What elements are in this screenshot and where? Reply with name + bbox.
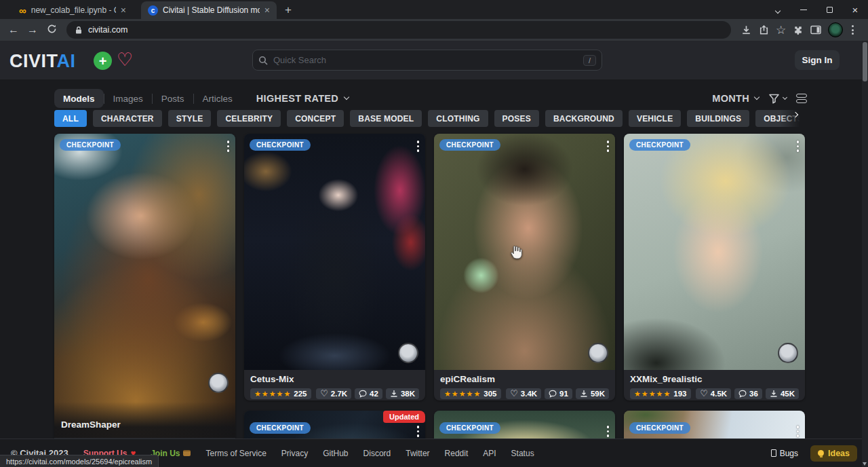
favorites-heart-icon[interactable]: ♡ <box>117 49 133 71</box>
privacy-link[interactable]: Privacy <box>281 449 308 458</box>
card-menu-icon[interactable] <box>607 426 610 437</box>
category-chip-buildings[interactable]: BUILDINGS <box>687 110 749 127</box>
model-preview-image: CHECKPOINT <box>434 134 615 370</box>
twitter-link[interactable]: Twitter <box>406 449 429 458</box>
category-chip-all[interactable]: ALL <box>54 110 87 127</box>
category-chip-base-model[interactable]: BASE MODEL <box>350 110 422 127</box>
sign-in-button[interactable]: Sign In <box>795 50 840 70</box>
star-rating-icons: ★★★★★ <box>634 390 671 398</box>
quick-search[interactable]: / <box>252 50 602 71</box>
likes-pill: ♡3.4K <box>506 388 541 399</box>
checkpoint-badge: CHECKPOINT <box>629 139 690 151</box>
card-menu-icon[interactable] <box>607 141 610 152</box>
tab-models[interactable]: Models <box>54 89 104 108</box>
creator-avatar[interactable] <box>588 343 608 363</box>
comments-pill: 36 <box>734 388 762 399</box>
github-link[interactable]: GitHub <box>323 449 348 458</box>
category-chip-celebrity[interactable]: CELEBRITY <box>217 110 281 127</box>
creator-avatar[interactable] <box>778 343 798 363</box>
comment-icon <box>738 390 747 398</box>
model-card-xxmix9realistic[interactable]: CHECKPOINT XXMix_9realistic ★★★★★193 ♡4.… <box>624 134 805 400</box>
browser-tab-civitai[interactable]: c Civitai | Stable Diffusion models, × <box>141 1 277 19</box>
checkpoint-badge: CHECKPOINT <box>250 422 311 434</box>
comments-pill: 42 <box>355 388 382 399</box>
browser-tab-colab[interactable]: ∞ new_colab_file.ipynb - Colaborat × <box>12 1 133 19</box>
creator-avatar[interactable] <box>398 343 418 363</box>
card-menu-icon[interactable] <box>797 141 800 152</box>
card-menu-icon[interactable] <box>417 426 420 437</box>
period-dropdown[interactable]: MONTH <box>712 93 759 104</box>
model-card-dreamshaper[interactable]: CHECKPOINT DreamShaper <box>54 134 235 446</box>
new-tab-button[interactable]: + <box>285 1 292 19</box>
card-menu-icon[interactable] <box>797 426 800 437</box>
bookmark-star-icon[interactable]: ☆ <box>776 24 786 36</box>
comment-icon <box>549 390 557 398</box>
url-text: civitai.com <box>88 25 127 35</box>
model-card-epicrealism[interactable]: CHECKPOINT epiCRealism ★★★★★305 ♡3.4K 91… <box>434 134 615 400</box>
ideas-button[interactable]: Ideas <box>810 445 857 462</box>
creator-avatar[interactable] <box>208 373 229 393</box>
discord-link[interactable]: Discord <box>363 449 391 458</box>
reddit-link[interactable]: Reddit <box>445 449 469 458</box>
category-chip-concept[interactable]: CONCEPT <box>287 110 344 127</box>
comment-icon <box>359 390 367 398</box>
browser-menu-icon[interactable] <box>849 25 856 35</box>
filter-dropdown[interactable] <box>768 93 787 104</box>
share-icon[interactable] <box>758 24 770 36</box>
rating-pill: ★★★★★193 <box>630 388 691 399</box>
search-shortcut-kbd: / <box>583 55 596 66</box>
status-link[interactable]: Status <box>511 449 534 458</box>
checkpoint-badge: CHECKPOINT <box>439 139 500 151</box>
url-bar[interactable]: civitai.com <box>66 21 731 39</box>
category-chip-character[interactable]: CHARACTER <box>93 110 162 127</box>
minimize-icon[interactable] <box>791 0 816 19</box>
comments-pill: 91 <box>545 388 572 399</box>
side-panel-icon[interactable] <box>810 24 822 35</box>
download-stat-icon <box>390 390 398 398</box>
category-chip-poses[interactable]: POSES <box>494 110 539 127</box>
bugs-button[interactable]: Bugs <box>771 449 798 458</box>
reload-icon[interactable] <box>42 24 61 37</box>
category-chip-vehicle[interactable]: VEHICLE <box>629 110 681 127</box>
category-chip-clothing[interactable]: CLOTHING <box>428 110 488 127</box>
tab-articles[interactable]: Articles <box>194 89 241 108</box>
maximize-icon[interactable] <box>816 0 842 19</box>
model-title: Cetus-Mix <box>250 374 419 384</box>
likes-pill: ♡4.5K <box>696 388 731 399</box>
category-chip-background[interactable]: BACKGROUND <box>545 110 623 127</box>
search-input[interactable] <box>273 55 578 65</box>
close-tab-icon[interactable]: × <box>121 5 126 15</box>
tab-images[interactable]: Images <box>104 89 152 108</box>
model-preview-image: CHECKPOINT <box>244 134 425 370</box>
download-icon[interactable] <box>741 24 752 36</box>
civitai-logo[interactable]: CIVITAI <box>9 51 76 72</box>
terms-link[interactable]: Terms of Service <box>205 449 266 458</box>
category-chip-style[interactable]: STYLE <box>168 110 212 127</box>
browser-profile-avatar[interactable] <box>828 22 843 37</box>
api-link[interactable]: API <box>483 449 496 458</box>
card-menu-icon[interactable] <box>417 141 420 152</box>
sort-dropdown[interactable]: HIGHEST RATED <box>256 93 349 104</box>
close-tab-icon[interactable]: × <box>264 5 270 15</box>
forward-icon[interactable]: → <box>23 24 42 36</box>
close-window-icon[interactable]: × <box>842 0 868 19</box>
download-stat-icon <box>580 390 588 398</box>
tab-posts[interactable]: Posts <box>153 89 193 108</box>
lightbulb-icon <box>818 450 824 456</box>
browser-toolbar: ← → civitai.com ☆ <box>0 19 868 41</box>
card-menu-icon[interactable] <box>227 141 230 152</box>
tab-search-icon[interactable] <box>765 0 791 19</box>
card-size-toggle-icon[interactable] <box>796 94 807 103</box>
star-rating-icons: ★★★★★ <box>444 390 481 398</box>
scrollbar-thumb[interactable] <box>863 42 867 81</box>
rating-pill: ★★★★★305 <box>440 388 501 399</box>
page-scrollbar[interactable] <box>862 41 868 467</box>
checkpoint-badge: CHECKPOINT <box>250 139 311 151</box>
extensions-puzzle-icon[interactable] <box>792 24 804 36</box>
model-card-cetus-mix[interactable]: CHECKPOINT Cetus-Mix ★★★★★225 ♡2.7K 42 3… <box>244 134 425 400</box>
bug-icon <box>771 449 776 457</box>
upload-plus-button[interactable]: + <box>94 52 112 70</box>
toolbar-icons: ☆ <box>741 22 856 37</box>
scrollbar-down-arrow[interactable] <box>863 462 867 466</box>
back-icon[interactable]: ← <box>4 24 23 36</box>
